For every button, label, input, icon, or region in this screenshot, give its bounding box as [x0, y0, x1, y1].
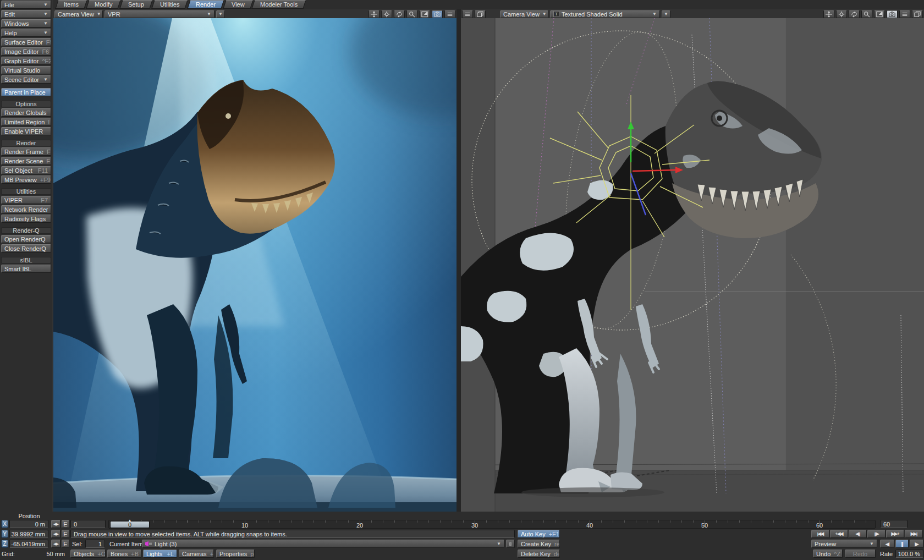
fit-view-icon[interactable]: [874, 10, 885, 18]
position-label: Position: [10, 512, 48, 519]
edit-mode-bones-button[interactable]: Bones+B: [107, 550, 141, 558]
sidebar-button-radiosity-flags[interactable]: Radiosity Flags: [1, 215, 51, 223]
z-value-field[interactable]: -65.0419mm: [9, 540, 48, 548]
auto-key-button[interactable]: Auto Key+F1: [518, 530, 560, 538]
y-value-field[interactable]: 39.9992 mm: [9, 530, 48, 538]
sidebar-button-graph-editor[interactable]: Graph Editor^F2: [1, 57, 51, 65]
render-mode-dropdown[interactable]: TTextured Shaded Solid▼: [550, 10, 660, 18]
sidebar-button-close-renderq[interactable]: Close RenderQ: [1, 244, 51, 252]
restore-layout-icon[interactable]: [475, 10, 486, 18]
sidebar-button-mb-preview[interactable]: MB Preview+F9: [1, 175, 51, 184]
preview-dropdown[interactable]: Preview▼: [811, 540, 877, 548]
menu-help[interactable]: Help▼: [1, 29, 51, 37]
z-stepper[interactable]: ◀▶: [51, 540, 61, 548]
go-to-end-button[interactable]: ▶▶|: [905, 530, 923, 538]
viewport-options-button[interactable]: ▼: [216, 10, 225, 18]
camera-view-icon[interactable]: [432, 10, 443, 18]
spin-icon[interactable]: [849, 10, 860, 18]
sidebar-button-render-globals[interactable]: Render Globals: [1, 108, 51, 117]
axis-x-button[interactable]: X: [1, 520, 8, 528]
light-item-icon: [145, 541, 152, 546]
sidebar-button-render-frame[interactable]: Render FrameF9: [1, 147, 51, 156]
z-envelope-button[interactable]: E: [62, 540, 69, 548]
sidebar-button-render-scene[interactable]: Render SceneF10: [1, 157, 51, 165]
zoom-icon[interactable]: [406, 10, 417, 18]
y-envelope-button[interactable]: E: [62, 530, 69, 538]
pan-icon[interactable]: [823, 10, 834, 18]
previous-key-button[interactable]: +◀◀: [830, 530, 848, 538]
tab-modeler-tools[interactable]: Modeler Tools: [252, 0, 306, 9]
timeline-scrubber[interactable]: ▲ 0: [110, 521, 150, 528]
x-value-field[interactable]: 0 m: [9, 520, 48, 528]
sidebar-button-surface-editor[interactable]: Surface EditorF5: [1, 38, 51, 46]
pan-icon[interactable]: [369, 10, 380, 18]
tab-modify[interactable]: Modify: [86, 0, 121, 9]
render-mode-dropdown[interactable]: VPR▼: [105, 10, 215, 18]
sidebar-button-smart-ibl[interactable]: Smart IBL: [1, 265, 51, 273]
step-back-button[interactable]: ◀||: [849, 530, 867, 538]
properties-button[interactable]: Propertiesp: [216, 550, 255, 558]
current-item-dropdown[interactable]: Light (3) ▼: [142, 540, 504, 548]
sidebar-button-limited-region[interactable]: Limited Regionl: [1, 118, 51, 126]
step-forward-button[interactable]: ||▶: [867, 530, 886, 538]
timeline-ruler[interactable]: 0 10 20 30 40 50 60 ▲ 0: [108, 520, 876, 529]
view-type-dropdown[interactable]: Camera View▼: [54, 10, 103, 18]
play-reverse-button[interactable]: ◀: [880, 540, 894, 548]
tab-items[interactable]: Items: [55, 0, 87, 9]
viewport-right: Camera View▼ TTextured Shaded Solid▼ ▼: [461, 9, 924, 512]
edit-mode-objects-button[interactable]: Objects+O: [70, 550, 106, 558]
menu-edit[interactable]: Edit▼: [1, 10, 51, 18]
rotate-icon[interactable]: [836, 10, 847, 18]
sidebar-button-virtual-studio[interactable]: Virtual Studio: [1, 66, 51, 74]
fit-view-icon[interactable]: [419, 10, 430, 18]
current-frame-field[interactable]: 0: [70, 520, 106, 528]
go-to-start-button[interactable]: |◀◀: [811, 530, 829, 538]
menu-windows[interactable]: Windows▼: [1, 19, 51, 28]
viewport-menu-icon[interactable]: [444, 10, 455, 18]
spin-icon[interactable]: [394, 10, 405, 18]
viewport-options-button[interactable]: ▼: [662, 10, 670, 18]
sidebar-button-parent-in-place[interactable]: Parent in Place: [1, 88, 51, 96]
next-key-button[interactable]: ▶▶+: [886, 530, 904, 538]
right-render-view[interactable]: [461, 18, 924, 512]
tab-view[interactable]: View: [223, 0, 253, 9]
pause-button[interactable]: ||: [895, 540, 909, 548]
edit-mode-cameras-button[interactable]: Cameras+C: [179, 550, 214, 558]
sel-label: Sel:: [72, 540, 82, 548]
create-key-button[interactable]: Create Keyret: [518, 540, 560, 548]
rate-value-field[interactable]: 100.0 %: [895, 550, 923, 558]
restore-layout-icon[interactable]: [912, 10, 923, 18]
delete-key-button[interactable]: Delete Keydel: [518, 550, 560, 558]
row-grid: Grid: 50 mm Objects+O Bones+B Lights+L C…: [0, 550, 924, 558]
sidebar-button-scene-editor[interactable]: Scene Editor▼: [1, 75, 51, 84]
x-envelope-button[interactable]: E: [62, 520, 69, 528]
axis-y-button[interactable]: Y: [1, 530, 8, 538]
y-stepper[interactable]: ◀▶: [51, 530, 61, 538]
end-frame-field[interactable]: 60: [880, 520, 908, 528]
viewport-divider[interactable]: [457, 9, 461, 512]
rotate-icon[interactable]: [381, 10, 392, 18]
sidebar-button-open-renderq[interactable]: Open RenderQ: [1, 235, 51, 243]
sidebar-button-enable-viper[interactable]: Enable VIPER: [1, 127, 51, 135]
sidebar-button-image-editor[interactable]: Image EditorF6: [1, 47, 51, 56]
item-list-button[interactable]: [506, 540, 515, 548]
play-forward-button[interactable]: ▶: [910, 540, 923, 548]
tab-render[interactable]: Render: [187, 0, 224, 9]
sidebar-button-sel-object[interactable]: Sel ObjectF11: [1, 166, 51, 174]
tab-setup[interactable]: Setup: [120, 0, 153, 9]
viewport-menu-icon[interactable]: [462, 10, 473, 18]
x-stepper[interactable]: ◀▶: [51, 520, 61, 528]
left-render-view[interactable]: [53, 18, 457, 512]
sidebar-button-network-render[interactable]: Network Render: [1, 205, 51, 213]
sidebar-button-viper[interactable]: VIPERF7: [1, 196, 51, 204]
zoom-icon[interactable]: [861, 10, 872, 18]
edit-mode-lights-button[interactable]: Lights+L: [143, 550, 177, 558]
redo-button[interactable]: Redo: [845, 550, 876, 558]
undo-button[interactable]: Undo^Z: [813, 550, 843, 558]
tab-utilities[interactable]: Utilities: [151, 0, 188, 9]
viewport-menu-icon[interactable]: [899, 10, 910, 18]
axis-z-button[interactable]: Z: [1, 540, 8, 548]
view-type-dropdown[interactable]: Camera View▼: [500, 10, 548, 18]
menu-file[interactable]: File▼: [1, 1, 51, 9]
camera-view-icon[interactable]: [887, 10, 898, 18]
